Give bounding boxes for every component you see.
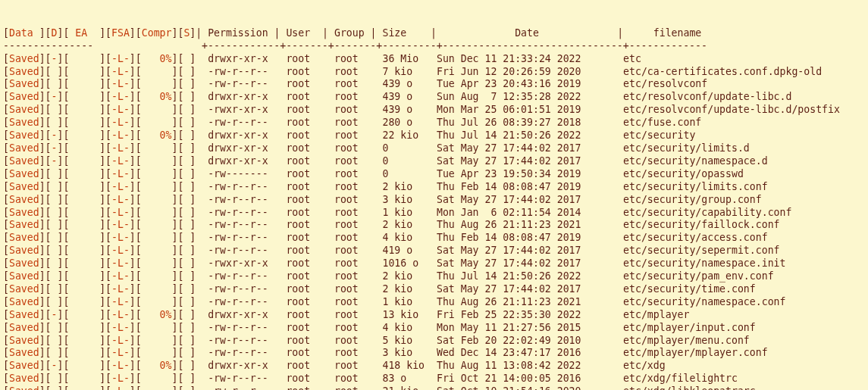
header-row: [Data ][D][ EA ][FSA][Compr][S]| Permiss… — [3, 27, 865, 40]
table-row[interactable]: [Saved][ ][ ][-L-][ ][ ] -rw-r--r-- root… — [3, 347, 865, 360]
separator-row: --------------- +------------+-------+--… — [3, 40, 865, 53]
table-row[interactable]: [Saved][ ][ ][-L-][ ][ ] -rw-r--r-- root… — [3, 207, 865, 220]
table-row[interactable]: [Saved][-][ ][-L-][ 0%][ ] drwxr-xr-x ro… — [3, 360, 865, 373]
table-row[interactable]: [Saved][ ][ ][-L-][ ][ ] -rw-r--r-- root… — [3, 219, 865, 232]
table-row[interactable]: [Saved][ ][ ][-L-][ ][ ] -rw-r--r-- root… — [3, 322, 865, 335]
table-row[interactable]: [Saved][ ][ ][-L-][ ][ ] -rw-r--r-- root… — [3, 78, 865, 91]
table-row[interactable]: [Saved][-][ ][-L-][ ][ ] drwxr-xr-x root… — [3, 142, 865, 155]
table-row[interactable]: [Saved][ ][ ][-L-][ ][ ] -rw-r--r-- root… — [3, 66, 865, 79]
table-row[interactable]: [Saved][ ][ ][-L-][ ][ ] -rw-r--r-- root… — [3, 245, 865, 257]
table-row[interactable]: [Saved][-][ ][-L-][ ][ ] drwxr-xr-x root… — [3, 155, 865, 168]
table-row[interactable]: [Saved][ ][ ][-L-][ ][ ] -rw-r--r-- root… — [3, 270, 865, 283]
table-row[interactable]: [Saved][-][ ][-L-][ 0%][ ] drwxr-xr-x ro… — [3, 91, 865, 104]
table-row[interactable]: [Saved][-][ ][-L-][ 0%][ ] drwxr-xr-x ro… — [3, 309, 865, 322]
table-row[interactable]: [Saved][ ][ ][-L-][ ][ ] -rw-r--r-- root… — [3, 296, 865, 309]
table-row[interactable]: [Saved][ ][ ][-L-][ ][ ] -rw-r--r-- root… — [3, 232, 865, 245]
table-row[interactable]: [Saved][ ][ ][-L-][ ][ ] -rw-r--r-- root… — [3, 283, 865, 296]
table-row[interactable]: [Saved][ ][ ][-L-][ ][ ] -rw-r--r-- root… — [3, 181, 865, 194]
table-row[interactable]: [Saved][ ][ ][-L-][ ][ ] -rw------- root… — [3, 168, 865, 181]
table-row[interactable]: [Saved][ ][ ][-L-][ ][ ] -rw-r--r-- root… — [3, 335, 865, 348]
table-row[interactable]: [Saved][ ][ ][-L-][ ][ ] -rw-r--r-- root… — [3, 117, 865, 129]
table-row[interactable]: [Saved][-][ ][-L-][ 0%][ ] drwxr-xr-x ro… — [3, 53, 865, 66]
table-row[interactable]: [Saved][ ][ ][-L-][ ][ ] -rw-r--r-- root… — [3, 373, 865, 385]
table-row[interactable]: [Saved][ ][ ][-L-][ ][ ] -rwxr-xr-x root… — [3, 104, 865, 117]
table-row[interactable]: [Saved][ ][ ][-L-][ ][ ] -rw-r--r-- root… — [3, 385, 865, 390]
table-row[interactable]: [Saved][-][ ][-L-][ 0%][ ] drwxr-xr-x ro… — [3, 129, 865, 142]
table-row[interactable]: [Saved][ ][ ][-L-][ ][ ] -rw-r--r-- root… — [3, 194, 865, 207]
table-row[interactable]: [Saved][ ][ ][-L-][ ][ ] -rwxr-xr-x root… — [3, 257, 865, 270]
